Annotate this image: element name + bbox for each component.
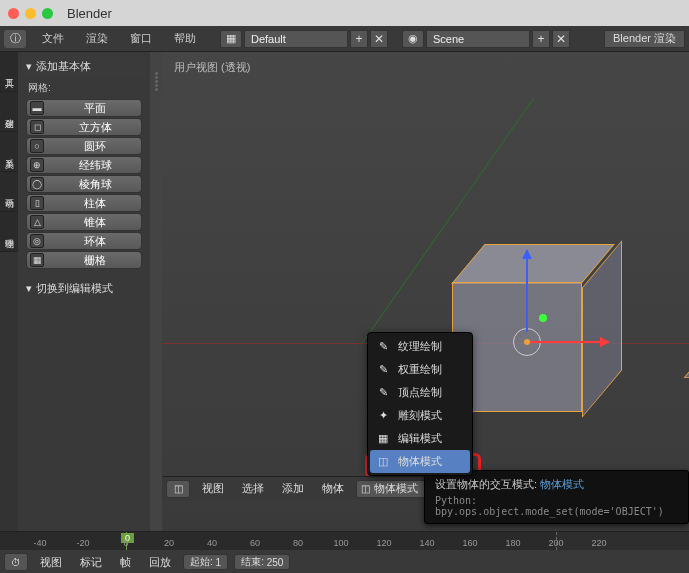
tooltip-python: Python: bpy.ops.object.mode_set(mode='OB… <box>435 495 678 517</box>
scene-name-field[interactable]: Scene <box>426 30 530 48</box>
mode-item-label: 纹理绘制 <box>398 339 442 354</box>
close-window-button[interactable] <box>8 8 19 19</box>
mesh-icon: ◯ <box>30 177 44 191</box>
end-frame-field[interactable]: 结束: 250 <box>234 554 290 570</box>
vh-select[interactable]: 选择 <box>236 479 270 498</box>
minimize-window-button[interactable] <box>25 8 36 19</box>
tab-animation[interactable]: 动画 <box>0 172 18 212</box>
panel-resize-handle[interactable] <box>150 52 162 534</box>
layout-browse-icon[interactable]: ▦ <box>220 30 242 48</box>
y-axis-handle[interactable] <box>539 314 547 322</box>
mesh-primitive-button[interactable]: ▯柱体 <box>26 194 142 212</box>
mesh-item-label: 圆环 <box>52 139 138 154</box>
tool-shelf-tabs: 工具 创建 关系 动画 物理 <box>0 52 18 534</box>
app-title: Blender <box>67 6 112 21</box>
mesh-primitive-button[interactable]: ▦栅格 <box>26 251 142 269</box>
plane-object[interactable] <box>684 346 689 378</box>
mode-menu-item[interactable]: ✎纹理绘制 <box>370 335 470 358</box>
3d-viewport[interactable]: 用户视图 (透视) ✎纹理绘制✎权重绘制✎顶点绘制✦雕刻模式▦编辑模式◫物体模式… <box>162 52 689 534</box>
ruler-tick-label: 160 <box>462 538 477 548</box>
mode-item-label: 物体模式 <box>398 454 442 469</box>
main-area: 工具 创建 关系 动画 物理 ▾ 添加基本体 网格: ▬平面◻立方体○圆环⊕经纬… <box>0 52 689 534</box>
switch-edit-label: 切换到编辑模式 <box>36 281 113 296</box>
mode-menu-item[interactable]: ✎顶点绘制 <box>370 381 470 404</box>
maximize-window-button[interactable] <box>42 8 53 19</box>
menu-window[interactable]: 窗口 <box>120 28 162 49</box>
tab-relations[interactable]: 关系 <box>0 132 18 172</box>
tl-marker[interactable]: 标记 <box>74 553 108 572</box>
render-engine-selector[interactable]: Blender 渲染 <box>604 30 685 48</box>
cube-icon: ◫ <box>361 483 370 494</box>
vh-object[interactable]: 物体 <box>316 479 350 498</box>
vh-view[interactable]: 视图 <box>196 479 230 498</box>
mode-menu-item[interactable]: ◫物体模式 <box>370 450 470 473</box>
tab-create[interactable]: 创建 <box>0 92 18 132</box>
z-axis-arrow[interactable] <box>526 252 528 332</box>
scene-add-button[interactable]: + <box>532 30 550 48</box>
ruler-tick-label: 200 <box>548 538 563 548</box>
ruler-tick-label: 60 <box>250 538 260 548</box>
layout-name-field[interactable]: Default <box>244 30 348 48</box>
traffic-lights <box>8 8 53 19</box>
start-frame-field[interactable]: 起始: 1 <box>183 554 228 570</box>
mesh-primitive-button[interactable]: ◎环体 <box>26 232 142 250</box>
mode-menu-item[interactable]: ✎权重绘制 <box>370 358 470 381</box>
mesh-primitive-button[interactable]: ◻立方体 <box>26 118 142 136</box>
title-bar: Blender <box>0 0 689 26</box>
tab-physics[interactable]: 物理 <box>0 212 18 252</box>
mode-icon: ✎ <box>376 363 390 377</box>
viewport-label: 用户视图 (透视) <box>174 60 250 75</box>
tab-tools[interactable]: 工具 <box>0 52 18 92</box>
mesh-primitive-button[interactable]: △锥体 <box>26 213 142 231</box>
mesh-icon: ▬ <box>30 101 44 115</box>
mode-icon: ✎ <box>376 340 390 354</box>
mode-icon: ◫ <box>376 455 390 469</box>
mesh-icon: ◎ <box>30 234 44 248</box>
add-primitive-panel-header[interactable]: ▾ 添加基本体 <box>22 56 146 77</box>
mesh-item-label: 锥体 <box>52 215 138 230</box>
mesh-primitive-button[interactable]: ◯棱角球 <box>26 175 142 193</box>
mesh-item-label: 环体 <box>52 234 138 249</box>
mode-menu-popup: ✎纹理绘制✎权重绘制✎顶点绘制✦雕刻模式▦编辑模式◫物体模式 <box>367 332 473 476</box>
layout-delete-button[interactable]: ✕ <box>370 30 388 48</box>
vh-add[interactable]: 添加 <box>276 479 310 498</box>
mesh-primitive-button[interactable]: ⊕经纬球 <box>26 156 142 174</box>
mode-menu-item[interactable]: ▦编辑模式 <box>370 427 470 450</box>
ruler-tick-label: 120 <box>376 538 391 548</box>
editor-type-icon[interactable]: ◫ <box>166 480 190 498</box>
scene-selector: ◉ Scene + ✕ <box>402 30 570 48</box>
mode-item-label: 顶点绘制 <box>398 385 442 400</box>
mode-menu-item[interactable]: ✦雕刻模式 <box>370 404 470 427</box>
ruler-tick-label: 20 <box>164 538 174 548</box>
mesh-primitive-button[interactable]: ○圆环 <box>26 137 142 155</box>
mode-item-label: 编辑模式 <box>398 431 442 446</box>
mode-icon: ✎ <box>376 386 390 400</box>
mode-selector-label: 物体模式 <box>374 481 418 496</box>
mesh-icon: ⊕ <box>30 158 44 172</box>
menu-help[interactable]: 帮助 <box>164 28 206 49</box>
ruler-tick-label: -20 <box>76 538 89 548</box>
menu-file[interactable]: 文件 <box>32 28 74 49</box>
timeline-editor-icon[interactable]: ⏱ <box>4 553 28 571</box>
x-axis-arrow[interactable] <box>527 341 607 343</box>
ruler-tick-label: 100 <box>333 538 348 548</box>
top-menu-bar: ⓘ 文件 渲染 窗口 帮助 ▦ Default + ✕ ◉ Scene + ✕ … <box>0 26 689 52</box>
ruler-tick-label: 80 <box>293 538 303 548</box>
mesh-icon: ▯ <box>30 196 44 210</box>
mesh-primitive-list: ▬平面◻立方体○圆环⊕经纬球◯棱角球▯柱体△锥体◎环体▦栅格 <box>22 99 146 269</box>
tl-view[interactable]: 视图 <box>34 553 68 572</box>
collapse-icon: ▾ <box>26 60 32 73</box>
mesh-primitive-button[interactable]: ▬平面 <box>26 99 142 117</box>
scene-delete-button[interactable]: ✕ <box>552 30 570 48</box>
info-editor-icon[interactable]: ⓘ <box>4 30 26 48</box>
ruler-tick-label: 180 <box>505 538 520 548</box>
mesh-item-label: 棱角球 <box>52 177 138 192</box>
scene-browse-icon[interactable]: ◉ <box>402 30 424 48</box>
menu-render[interactable]: 渲染 <box>76 28 118 49</box>
timeline-ruler[interactable]: -40-20020406080100120140160180200220 <box>0 532 689 550</box>
mode-item-label: 雕刻模式 <box>398 408 442 423</box>
tl-playback[interactable]: 回放 <box>143 553 177 572</box>
layout-add-button[interactable]: + <box>350 30 368 48</box>
tl-frame[interactable]: 帧 <box>114 553 137 572</box>
switch-to-edit-mode[interactable]: ▾ 切换到编辑模式 <box>22 275 146 302</box>
